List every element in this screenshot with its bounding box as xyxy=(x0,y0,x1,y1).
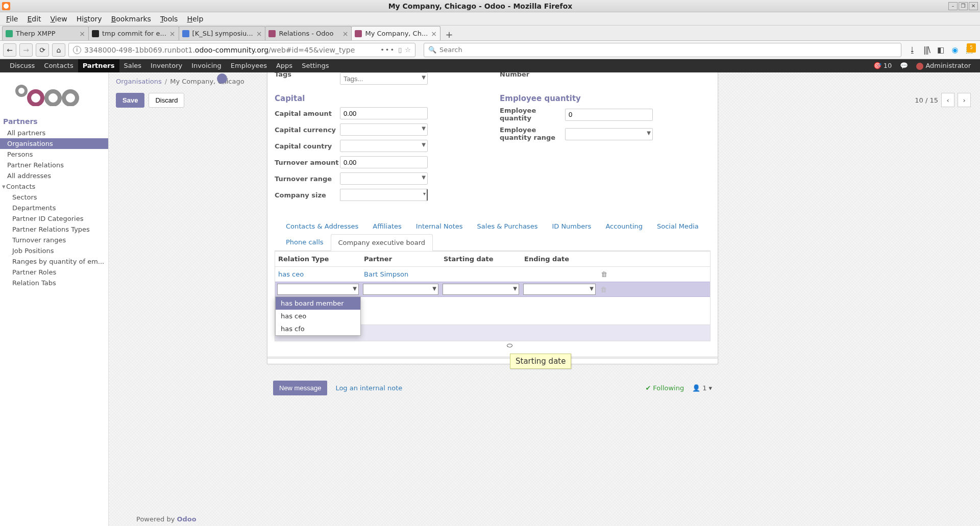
sidebar-item-ranges-quantity[interactable]: Ranges by quantity of em... xyxy=(0,256,108,267)
tab-social-media[interactable]: Social Media xyxy=(650,218,706,234)
nav-home-button[interactable]: ⌂ xyxy=(52,43,65,57)
menu-file[interactable]: File xyxy=(2,13,22,24)
tab-sales-purchases[interactable]: Sales & Purchases xyxy=(470,218,545,234)
extension-icon[interactable]: ⬚5 xyxy=(965,45,974,55)
nav-inventory[interactable]: Inventory xyxy=(146,59,187,72)
nav-settings[interactable]: Settings xyxy=(297,59,333,72)
sidebar-group-contacts[interactable]: ▾Contacts xyxy=(0,181,108,192)
ending-date-select[interactable]: ▼ xyxy=(523,284,596,295)
sidebar-item-partner-id-categories[interactable]: Partner ID Categories xyxy=(0,213,108,224)
employee-qty-input[interactable] xyxy=(565,109,653,121)
tab-internal-notes[interactable]: Internal Notes xyxy=(409,218,470,234)
capital-currency-input[interactable] xyxy=(340,123,428,136)
capital-amount-input[interactable] xyxy=(340,107,428,119)
col-partner[interactable]: Partner xyxy=(361,252,440,266)
nav-discuss[interactable]: Discuss xyxy=(5,59,39,72)
employee-range-input[interactable] xyxy=(565,128,653,140)
delete-row-icon[interactable]: 🗑 xyxy=(598,286,609,293)
pager-count[interactable]: 10 / 15 xyxy=(915,96,938,104)
menu-tools[interactable]: Tools xyxy=(156,13,182,24)
tab-phone-calls[interactable]: Phone calls xyxy=(279,234,331,250)
sidebar-item-partner-relations-types[interactable]: Partner Relations Types xyxy=(0,224,108,235)
nav-employees[interactable]: Employees xyxy=(226,59,272,72)
browser-tab[interactable]: tmp commit for e...× xyxy=(88,26,179,40)
activity-counter[interactable]: 🎯 10 xyxy=(869,59,896,72)
site-info-icon[interactable]: i xyxy=(73,46,81,54)
followers-count[interactable]: 👤1 ▾ xyxy=(692,384,712,392)
sidebar-item-all-addresses[interactable]: All addresses xyxy=(0,170,108,181)
browser-tab[interactable]: [K_SL] symposiu...× xyxy=(179,26,266,40)
relation-type-select[interactable]: ▼ xyxy=(277,284,359,295)
cell-relation-type[interactable]: has ceo xyxy=(275,267,361,282)
search-bar[interactable]: 🔍 Search xyxy=(424,43,901,57)
bookmark-star-icon[interactable]: ☆ xyxy=(405,46,411,54)
breadcrumb-root[interactable]: Organisations xyxy=(116,78,162,85)
menu-view[interactable]: View xyxy=(46,13,71,24)
messaging-icon[interactable]: 💬 xyxy=(896,59,912,72)
new-tab-button[interactable]: + xyxy=(443,28,455,40)
reader-mode-icon[interactable]: ▯ xyxy=(398,46,402,54)
sidebar-item-departments[interactable]: Departments xyxy=(0,203,108,213)
odoo-link[interactable]: Odoo xyxy=(177,515,196,523)
sidebar-item-partner-roles[interactable]: Partner Roles xyxy=(0,267,108,278)
nav-reload-button[interactable]: ⟳ xyxy=(36,43,49,57)
nav-sales[interactable]: Sales xyxy=(119,59,146,72)
log-note-link[interactable]: Log an internal note xyxy=(335,384,402,392)
col-starting-date[interactable]: Starting date xyxy=(440,252,521,266)
sidebar-item-partner-relations[interactable]: Partner Relations xyxy=(0,160,108,170)
tab-affiliates[interactable]: Affiliates xyxy=(365,218,409,234)
sidebar-item-all-partners[interactable]: All partners xyxy=(0,128,108,138)
pager-next-button[interactable]: › xyxy=(958,93,971,107)
nav-partners[interactable]: Partners xyxy=(78,59,119,72)
discard-button[interactable]: Discard xyxy=(149,93,184,108)
window-minimize-button[interactable]: – xyxy=(948,2,958,10)
nav-invoicing[interactable]: Invoicing xyxy=(187,59,226,72)
save-button[interactable]: Save xyxy=(116,93,144,108)
close-tab-icon[interactable]: × xyxy=(256,30,262,38)
user-menu[interactable]: Administrator xyxy=(912,59,975,72)
sidebar-toggle-icon[interactable]: ◧ xyxy=(936,45,945,55)
delete-row-icon[interactable]: 🗑 xyxy=(598,267,609,282)
sidebar-item-persons[interactable]: Persons xyxy=(0,149,108,160)
browser-tab[interactable]: Therp XMPP× xyxy=(2,26,89,40)
close-tab-icon[interactable]: × xyxy=(79,30,85,38)
turnover-amount-input[interactable] xyxy=(340,156,428,168)
tab-company-executive-board[interactable]: Company executive board xyxy=(331,234,433,251)
col-relation-type[interactable]: Relation Type xyxy=(275,252,361,266)
col-ending-date[interactable]: Ending date xyxy=(521,252,598,266)
nav-forward-button[interactable]: → xyxy=(19,43,33,57)
sidebar-item-relation-tabs[interactable]: Relation Tabs xyxy=(0,278,108,288)
window-maximize-button[interactable]: ❐ xyxy=(959,2,968,10)
url-bar[interactable]: i 3348000-498-1bb069.runbot1.odoo-commun… xyxy=(68,43,415,57)
following-toggle[interactable]: ✔Following xyxy=(645,384,684,392)
menu-edit[interactable]: Edit xyxy=(23,13,45,24)
window-close-button[interactable]: ✕ xyxy=(969,2,978,10)
browser-tab[interactable]: Relations - Odoo× xyxy=(265,26,352,40)
dropdown-option[interactable]: has board member xyxy=(276,297,360,310)
new-message-button[interactable]: New message xyxy=(273,381,327,395)
sidebar-item-turnover-ranges[interactable]: Turnover ranges xyxy=(0,235,108,245)
company-size-input[interactable] xyxy=(340,189,428,201)
close-tab-icon[interactable]: × xyxy=(342,30,349,38)
sidebar-section-partners[interactable]: Partners xyxy=(0,115,108,128)
partner-select[interactable]: ▼ xyxy=(363,284,438,295)
close-tab-icon[interactable]: × xyxy=(431,30,437,38)
sync-icon[interactable]: ◉ xyxy=(950,45,960,55)
sidebar-item-sectors[interactable]: Sectors xyxy=(0,192,108,203)
nav-back-button[interactable]: ← xyxy=(3,43,16,57)
odoo-logo[interactable] xyxy=(0,85,108,115)
nav-apps[interactable]: Apps xyxy=(272,59,297,72)
starting-date-select[interactable]: ▼ xyxy=(443,284,519,295)
menu-bookmarks[interactable]: Bookmarks xyxy=(107,13,155,24)
dropdown-option[interactable]: has cfo xyxy=(276,322,360,335)
capital-country-input[interactable] xyxy=(340,140,428,152)
tab-id-numbers[interactable]: ID Numbers xyxy=(545,218,598,234)
cell-partner[interactable]: Bart Simpson xyxy=(361,267,440,282)
close-tab-icon[interactable]: × xyxy=(169,30,176,38)
table-row[interactable]: has ceo Bart Simpson 🗑 xyxy=(275,267,710,282)
dropdown-option[interactable]: has ceo xyxy=(276,310,360,322)
page-actions-icon[interactable]: ••• xyxy=(380,46,395,54)
browser-tab[interactable]: My Company, Ch...× xyxy=(351,26,440,40)
tab-contacts-addresses[interactable]: Contacts & Addresses xyxy=(279,218,365,234)
sidebar-item-organisations[interactable]: Organisations xyxy=(0,138,108,149)
